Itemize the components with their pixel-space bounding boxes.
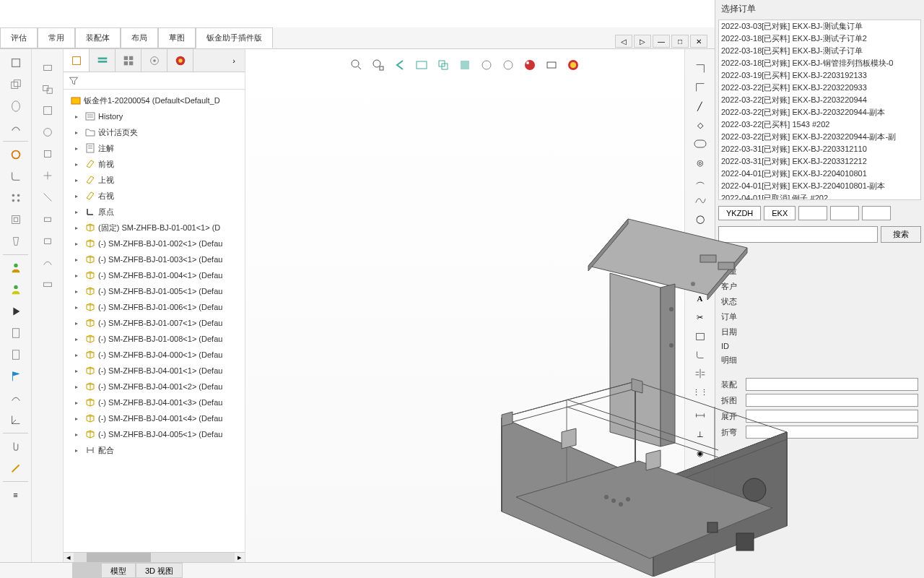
tree-item[interactable]: ▸(-) SM-ZHFB-BJ-01-006<1> (Defau: [65, 299, 243, 315]
arc-icon[interactable]: [4, 388, 27, 408]
section-icon[interactable]: [413, 56, 430, 74]
tree-item[interactable]: ▸(-) SM-ZHFB-BJ-04-005<1> (Defau: [65, 426, 243, 442]
bottom-tab-model[interactable]: 模型: [101, 563, 136, 578]
sk-slot-icon[interactable]: [691, 135, 710, 152]
tree-item[interactable]: ▸前视: [65, 156, 243, 172]
order-row[interactable]: 2022-04-01[已对账] EKX-BJ-2204010801: [719, 168, 920, 180]
tree-item[interactable]: ▸(-) SM-ZHFB-BJ-01-005<1> (Defau: [65, 283, 243, 299]
assy8-icon[interactable]: [36, 209, 59, 229]
zoom-fit-icon[interactable]: [348, 56, 365, 74]
order-row[interactable]: 2022-03-31[已对账] EKX-BJ-2203312110: [719, 143, 920, 155]
assy2-icon[interactable]: [36, 79, 59, 99]
revolve-icon[interactable]: [4, 96, 27, 116]
sk-spline-icon[interactable]: [691, 191, 710, 209]
tree-item[interactable]: ▸(-) SM-ZHFB-BJ-04-001<1> (Defau: [65, 363, 243, 379]
assy6-icon[interactable]: [36, 165, 59, 186]
tree-item[interactable]: ▸(-) SM-ZHFB-BJ-01-004<1> (Defau: [65, 267, 243, 283]
order-row[interactable]: 2022-03-22[已买料] 1543 #202: [719, 118, 920, 131]
tag-3[interactable]: [798, 206, 827, 220]
prev-view-icon[interactable]: [391, 56, 409, 74]
order-row[interactable]: 2022-03-22[已买料] EKX-BJ-2203220933: [719, 82, 920, 94]
assy3-icon[interactable]: [36, 100, 59, 121]
sketch-line-icon[interactable]: [691, 60, 710, 77]
flag-icon[interactable]: [4, 366, 27, 387]
pattern-icon[interactable]: [4, 188, 27, 208]
tag-4[interactable]: [830, 206, 859, 220]
tree-item[interactable]: ▸原点: [65, 204, 243, 220]
tab-eval[interactable]: 评估: [0, 27, 38, 48]
assy11-icon[interactable]: [36, 274, 59, 294]
tree-nav-right[interactable]: ›: [223, 49, 245, 72]
tree-item[interactable]: ▸(-) SM-ZHFB-BJ-01-002<1> (Defau: [65, 236, 243, 251]
3d-viewport[interactable]: [245, 49, 684, 562]
tree-h-scrollbar[interactable]: ◂ ▸: [64, 552, 245, 562]
apply-scene-icon[interactable]: [521, 56, 539, 74]
doc2-icon[interactable]: [4, 345, 27, 365]
doc-icon[interactable]: [4, 323, 27, 343]
display-style-icon[interactable]: [456, 56, 474, 74]
order-row[interactable]: 2022-03-03[已对账] EKX-BJ-测试集订单: [719, 20, 920, 33]
render-icon[interactable]: [565, 56, 582, 74]
tree-item[interactable]: ▸(-) SM-ZHFB-BJ-01-007<1> (Defau: [65, 315, 243, 331]
tree-item[interactable]: ▸注解: [65, 140, 243, 156]
tree-tab-feature[interactable]: [64, 49, 90, 72]
tab-assembly[interactable]: 装配体: [75, 27, 121, 48]
order-row[interactable]: 2022-03-22[已对账] EKX-BJ-2203220944-副本: [719, 106, 920, 118]
prev-doc-icon[interactable]: ◁: [615, 35, 632, 48]
person-yellow-icon[interactable]: [4, 280, 27, 300]
tree-item[interactable]: ▸设计活页夹: [65, 124, 243, 140]
tree-item[interactable]: ▸(-) SM-ZHFB-BJ-04-001<3> (Defau: [65, 394, 243, 410]
assy5-icon[interactable]: [36, 144, 59, 164]
order-row[interactable]: 2022-03-18[已买料] EKX-BJ-测试子订单: [719, 45, 920, 57]
tree-tab-other1[interactable]: [141, 49, 167, 72]
cube-icon[interactable]: [4, 53, 27, 73]
zoom-area-icon[interactable]: [370, 56, 387, 74]
close-icon[interactable]: ✕: [690, 35, 707, 48]
assy7-icon[interactable]: [36, 187, 59, 207]
tree-item[interactable]: ▸History: [65, 108, 243, 124]
brush-icon[interactable]: [4, 458, 27, 478]
tree-item[interactable]: ▸上视: [65, 172, 243, 188]
sk-circle-c-icon[interactable]: ◎: [691, 154, 710, 171]
sketch-corner-icon[interactable]: [691, 79, 710, 96]
assy1-icon[interactable]: [36, 57, 59, 77]
feature-tree[interactable]: 钣金件1-20200054 (Default<Default_D ▸Histor…: [64, 90, 245, 552]
edit-appear-icon[interactable]: [500, 56, 517, 74]
tag-5[interactable]: [862, 206, 891, 220]
next-doc-icon[interactable]: ▷: [634, 35, 651, 48]
fillet-icon[interactable]: [4, 166, 27, 186]
sk-arc-c-icon[interactable]: [691, 173, 710, 190]
filter-icon[interactable]: [68, 75, 79, 87]
order-row[interactable]: 2022-03-31[已对账] EKX-BJ-2203312212: [719, 155, 920, 168]
order-row[interactable]: 2022-03-22[已对账] EKX-BJ-2203220944: [719, 94, 920, 106]
axis-icon[interactable]: [4, 410, 27, 430]
hole-icon[interactable]: [4, 144, 27, 165]
order-row[interactable]: 2022-04-01[已取消] 例子 #202: [719, 192, 920, 200]
view-settings-icon[interactable]: [543, 56, 560, 74]
view-orient-icon[interactable]: [435, 56, 452, 74]
hide-show-icon[interactable]: [478, 56, 495, 74]
sk-line-icon[interactable]: ╱: [691, 98, 710, 115]
tree-item[interactable]: ▸(-) SM-ZHFB-BJ-04-001<4> (Defau: [65, 410, 243, 426]
tab-common[interactable]: 常用: [38, 27, 75, 48]
tree-item[interactable]: ▸右视: [65, 188, 243, 204]
order-row[interactable]: 2022-04-01[已对账] EKX-BJ-2204010801-副本: [719, 180, 920, 192]
tree-tab-other2[interactable]: [167, 49, 193, 72]
tree-item[interactable]: ▸(-) SM-ZHFB-BJ-01-008<1> (Defau: [65, 331, 243, 347]
tree-tab-config[interactable]: [90, 49, 116, 72]
tree-item[interactable]: ▸(固定) SM-ZHFB-BJ-01-001<1> (D: [65, 220, 243, 236]
order-row[interactable]: 2022-03-18[已买料] EKX-BJ-测试子订单2: [719, 33, 920, 45]
order-row[interactable]: 2022-03-18[已对账] EKX-BJ-铜管排列挡板模块-0: [719, 57, 920, 69]
maximize-icon[interactable]: □: [671, 35, 689, 48]
tree-item[interactable]: ▸(-) SM-ZHFB-BJ-04-001<2> (Defau: [65, 379, 243, 394]
sweep-icon[interactable]: [4, 118, 27, 138]
minimize-icon[interactable]: —: [653, 35, 670, 48]
assy4-icon[interactable]: [36, 122, 59, 142]
tree-item[interactable]: ▸配合: [65, 442, 243, 458]
tree-tab-display[interactable]: [116, 49, 141, 72]
clip-icon[interactable]: [4, 436, 27, 457]
tab-sheetmetal-plugin[interactable]: 钣金助手插件版: [196, 27, 273, 48]
assy9-icon[interactable]: [36, 230, 59, 251]
extrude-icon[interactable]: [4, 74, 27, 95]
assy10-icon[interactable]: [36, 252, 59, 272]
